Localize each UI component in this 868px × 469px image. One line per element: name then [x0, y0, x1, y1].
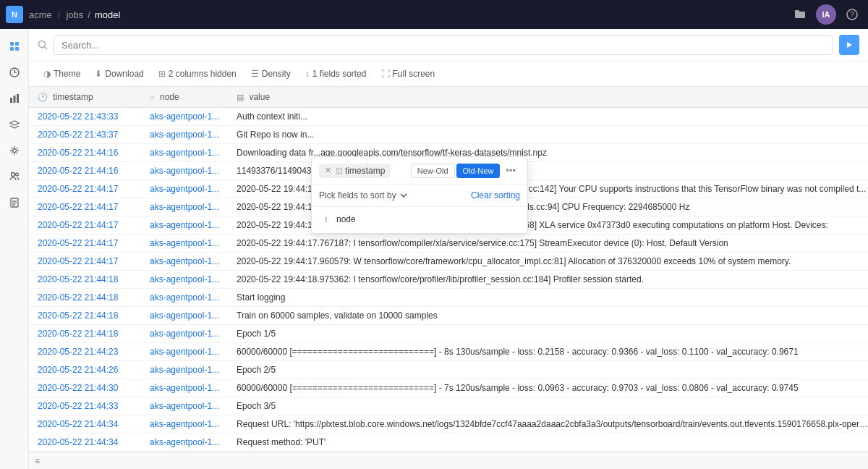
cell-node[interactable]: aks-agentpool-1...	[141, 180, 228, 198]
search-icon	[38, 40, 48, 50]
hidden-columns-button[interactable]: ⊞ 2 columns hidden	[153, 66, 242, 82]
panel-toggle-icon[interactable]: ≡	[35, 456, 40, 466]
pick-fields-button[interactable]: Pick fields to sort by	[319, 190, 408, 200]
field-type-icon: t	[320, 214, 332, 225]
table-row: 2020-05-22 21:44:18 aks-agentpool-1... S…	[29, 289, 868, 307]
cell-node[interactable]: aks-agentpool-1...	[141, 343, 228, 361]
cell-timestamp[interactable]: 2020-05-22 21:44:30	[29, 379, 141, 397]
table-row: 2020-05-22 21:44:17 aks-agentpool-1... 2…	[29, 253, 868, 271]
cell-node[interactable]: aks-agentpool-1...	[141, 126, 228, 144]
sort-old-new-button[interactable]: Old-New	[456, 164, 501, 178]
cell-timestamp[interactable]: 2020-05-22 21:44:26	[29, 361, 141, 379]
cell-node[interactable]: aks-agentpool-1...	[141, 361, 228, 379]
cell-node[interactable]: aks-agentpool-1...	[141, 434, 228, 452]
sidebar-icon-chart[interactable]	[3, 87, 26, 110]
sidebar-icon-clock[interactable]	[3, 61, 26, 84]
cell-node[interactable]: aks-agentpool-1...	[141, 271, 228, 289]
fields-sorted-button[interactable]: ↕ 1 fields sorted	[299, 66, 373, 82]
search-bar	[29, 29, 868, 62]
cell-timestamp[interactable]: 2020-05-22 21:44:18	[29, 289, 141, 307]
col-header-timestamp[interactable]: 🕐 timestamp	[29, 87, 141, 108]
cell-timestamp[interactable]: 2020-05-22 21:44:17	[29, 216, 141, 234]
col-header-node[interactable]: ○ node	[141, 87, 228, 108]
theme-button[interactable]: ◑ Theme	[38, 66, 86, 82]
cell-timestamp[interactable]: 2020-05-22 21:44:16	[29, 144, 141, 162]
cell-timestamp[interactable]: 2020-05-22 21:44:17	[29, 198, 141, 216]
sidebar-icon-grid[interactable]	[3, 35, 26, 58]
sort-new-old-button[interactable]: New-Old	[411, 164, 455, 178]
download-icon: ⬇	[95, 69, 102, 79]
col-header-value[interactable]: ▤ value	[228, 87, 868, 108]
cell-timestamp[interactable]: 2020-05-22 21:44:33	[29, 397, 141, 415]
table-row: 2020-05-22 21:44:26 aks-agentpool-1... E…	[29, 361, 868, 379]
density-button[interactable]: ☰ Density	[245, 66, 297, 82]
cell-node[interactable]: aks-agentpool-1...	[141, 144, 228, 162]
help-icon[interactable]: ?	[842, 4, 862, 25]
cell-timestamp[interactable]: 2020-05-22 21:44:17	[29, 253, 141, 271]
cell-timestamp[interactable]: 2020-05-22 21:44:16	[29, 162, 141, 180]
cell-node[interactable]: aks-agentpool-1...	[141, 216, 228, 234]
theme-icon: ◑	[43, 69, 51, 79]
cell-value: Git Repo is now in...	[228, 126, 868, 144]
cell-node[interactable]: aks-agentpool-1...	[141, 234, 228, 253]
cell-timestamp[interactable]: 2020-05-22 21:44:18	[29, 271, 141, 289]
user-avatar[interactable]: IA	[816, 4, 836, 25]
breadcrumb-jobs[interactable]: jobs	[66, 9, 83, 20]
cell-node[interactable]: aks-agentpool-1...	[141, 198, 228, 216]
run-button[interactable]	[839, 35, 859, 55]
breadcrumb-model: model	[95, 9, 120, 20]
cell-timestamp[interactable]: 2020-05-22 21:44:17	[29, 180, 141, 198]
sidebar-icon-docs[interactable]	[3, 191, 26, 214]
cell-timestamp[interactable]: 2020-05-22 21:43:33	[29, 108, 141, 126]
table-row: 2020-05-22 21:44:34 aks-agentpool-1... R…	[29, 434, 868, 452]
density-icon: ☰	[251, 69, 259, 79]
fullscreen-button[interactable]: ⛶ Full screen	[375, 66, 441, 82]
cell-node[interactable]: aks-agentpool-1...	[141, 397, 228, 415]
sort-icon: ↕	[305, 69, 310, 79]
cell-node[interactable]: aks-agentpool-1...	[141, 289, 228, 307]
cell-node[interactable]: aks-agentpool-1...	[141, 415, 228, 434]
cell-timestamp[interactable]: 2020-05-22 21:44:23	[29, 343, 141, 361]
sidebar-icon-settings[interactable]	[3, 139, 26, 162]
cell-value: 60000/60000 [===========================…	[228, 379, 868, 397]
svg-rect-8	[13, 96, 15, 103]
cell-value: Epoch 3/5	[228, 397, 868, 415]
chevron-down-icon	[399, 191, 408, 200]
svg-rect-5	[15, 47, 19, 51]
data-table: 🕐 timestamp ○ node ▤ value	[29, 87, 868, 452]
svg-point-12	[15, 173, 18, 176]
cell-timestamp[interactable]: 2020-05-22 21:44:18	[29, 307, 141, 325]
cell-timestamp[interactable]: 2020-05-22 21:44:17	[29, 234, 141, 253]
cell-node[interactable]: aks-agentpool-1...	[141, 162, 228, 180]
cell-node[interactable]: aks-agentpool-1...	[141, 253, 228, 271]
cell-value: Epoch 1/5	[228, 325, 868, 343]
column-icon: ◫	[336, 166, 342, 174]
folder-icon[interactable]	[790, 4, 810, 25]
cell-node[interactable]: aks-agentpool-1...	[141, 108, 228, 126]
cell-value: 2020-05-22 19:44:17.960579: W tensorflow…	[228, 253, 868, 271]
sort-field-list: t node	[312, 207, 527, 233]
cell-node[interactable]: aks-agentpool-1...	[141, 325, 228, 343]
cell-timestamp[interactable]: 2020-05-22 21:44:34	[29, 434, 141, 452]
download-button[interactable]: ⬇ Download	[89, 66, 149, 82]
cell-timestamp[interactable]: 2020-05-22 21:43:37	[29, 126, 141, 144]
table-row: 2020-05-22 21:44:30 aks-agentpool-1... 6…	[29, 379, 868, 397]
remove-sort-button[interactable]: ✕	[325, 166, 331, 175]
cell-timestamp[interactable]: 2020-05-22 21:44:18	[29, 325, 141, 343]
sort-more-button[interactable]: •••	[501, 163, 520, 178]
svg-rect-4	[10, 47, 14, 51]
cell-timestamp[interactable]: 2020-05-22 21:44:34	[29, 415, 141, 434]
clear-sorting-button[interactable]: Clear sorting	[471, 190, 520, 200]
cell-node[interactable]: aks-agentpool-1...	[141, 307, 228, 325]
sidebar-icon-users[interactable]	[3, 165, 26, 188]
cell-value: Request URL: 'https://plxtest.blob.core.…	[228, 415, 868, 434]
svg-rect-7	[10, 98, 12, 103]
cell-node[interactable]: aks-agentpool-1...	[141, 379, 228, 397]
sort-field-node[interactable]: t node	[316, 210, 523, 229]
svg-point-17	[39, 41, 46, 48]
sort-chip-timestamp[interactable]: ✕ ◫ timestamp	[319, 164, 391, 178]
search-input[interactable]	[54, 35, 833, 55]
sidebar-icon-layers[interactable]	[3, 113, 26, 136]
sort-dropdown: ✕ ◫ timestamp New-Old Old-New ••• Pick f…	[311, 156, 528, 234]
table-row: 2020-05-22 21:44:18 aks-agentpool-1... 2…	[29, 271, 868, 289]
